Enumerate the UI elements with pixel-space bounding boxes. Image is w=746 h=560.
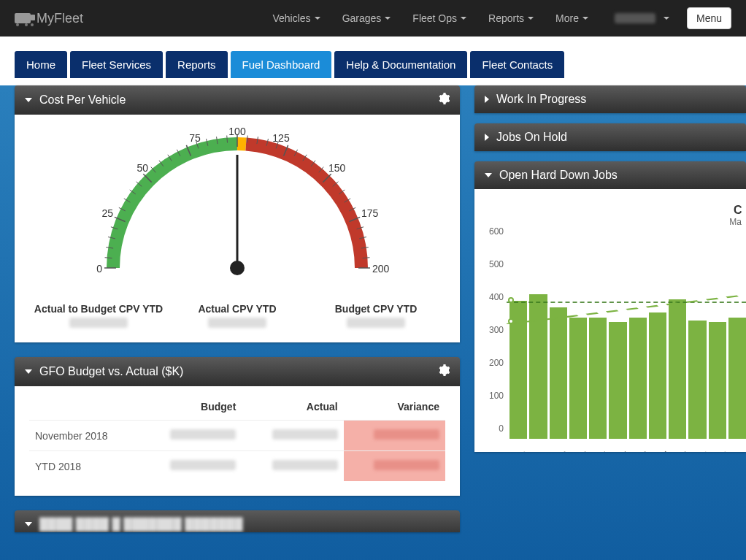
nav-reports[interactable]: Reports (478, 2, 544, 34)
tab-home[interactable]: Home (15, 51, 67, 78)
panel-cost-per-vehicle: Cost Per Vehicle (15, 85, 460, 342)
bar-chart: C Ma 0 100 200 300 400 500 600 (482, 189, 746, 452)
svg-text:175: 175 (361, 207, 379, 219)
menu-button[interactable]: Menu (687, 7, 731, 29)
svg-text:25: 25 (101, 207, 113, 219)
sub-navigation: Home Fleet Services Reports Fuel Dashboa… (0, 37, 746, 85)
panel-title: Jobs On Hold (496, 131, 567, 144)
brand[interactable]: MyFleet (15, 11, 83, 26)
panel-header-wip[interactable]: Work In Progress (474, 85, 746, 113)
panel-open-hard-down: Open Hard Down Jobs C Ma 0 100 200 300 4… (474, 161, 746, 452)
brand-text: MyFleet (36, 11, 83, 26)
bar (728, 318, 746, 440)
cell-actual (242, 451, 343, 482)
cell-variance (344, 421, 445, 451)
truck-icon (15, 13, 31, 23)
chart-legend: Open (482, 439, 746, 452)
svg-point-51 (230, 261, 245, 275)
caret-down-icon (385, 17, 391, 20)
nav-vehicles[interactable]: Vehicles (262, 2, 330, 34)
tab-contacts[interactable]: Fleet Contacts (470, 51, 564, 78)
col-budget: Budget (140, 394, 242, 421)
panel-header-cutoff[interactable]: ████ ████ █ ███████ ███████ (15, 510, 460, 532)
nav-more[interactable]: More (545, 2, 599, 34)
svg-text:75: 75 (189, 132, 201, 144)
cell-actual (242, 421, 343, 451)
bar (688, 321, 706, 439)
cell-budget (140, 451, 242, 482)
bar (550, 307, 567, 439)
chart-title-partial: C (482, 204, 746, 217)
gauge-col-2: Actual CPV YTD (168, 303, 307, 328)
budget-table: Budget Actual Variance November 2018 YTD… (29, 394, 445, 481)
svg-text:150: 150 (328, 162, 346, 174)
bar (629, 318, 647, 440)
collapse-icon (485, 173, 492, 177)
col-actual: Actual (242, 394, 343, 421)
topnav-links: Vehicles Garages Fleet Ops Reports More (262, 2, 680, 34)
panel-work-in-progress: Work In Progress (474, 85, 746, 113)
collapse-icon (25, 522, 32, 526)
tab-fuel-dashboard[interactable]: Fuel Dashboard (231, 51, 332, 78)
value-redacted (69, 318, 128, 328)
collapse-icon (25, 369, 32, 374)
panel-header-cpv[interactable]: Cost Per Vehicle (15, 85, 460, 115)
panel-cutoff: ████ ████ █ ███████ ███████ (15, 510, 460, 532)
svg-text:125: 125 (272, 132, 290, 144)
panel-header-gfo[interactable]: GFO Budget vs. Actual ($K) (15, 357, 460, 386)
panel-title: ████ ████ █ ███████ ███████ (39, 518, 243, 531)
panel-title: Open Hard Down Jobs (499, 169, 618, 182)
svg-text:200: 200 (372, 263, 390, 275)
marker-icon (508, 297, 514, 303)
bars (509, 242, 746, 439)
bar (569, 318, 587, 440)
bar (609, 322, 626, 439)
svg-text:0: 0 (96, 263, 102, 275)
svg-line-52 (507, 295, 746, 324)
svg-text:100: 100 (228, 126, 246, 137)
nav-garages[interactable]: Garages (332, 2, 401, 34)
tab-fleet-services[interactable]: Fleet Services (70, 51, 163, 78)
cell-budget (140, 421, 242, 451)
caret-down-icon (461, 17, 466, 20)
col-blank (29, 394, 140, 421)
gear-icon[interactable] (438, 364, 450, 379)
y-axis: 0 100 200 300 400 500 600 (482, 242, 507, 439)
table-row: YTD 2018 (29, 451, 445, 482)
bar (589, 318, 607, 440)
gauge-col-3: Budget CPV YTD (307, 303, 445, 328)
bar (709, 322, 726, 439)
cell-variance (344, 451, 445, 482)
row-label: YTD 2018 (29, 451, 140, 482)
expand-icon (485, 96, 489, 103)
panel-title: Cost Per Vehicle (39, 93, 126, 107)
nav-fleetops[interactable]: Fleet Ops (402, 2, 477, 34)
bar (649, 312, 666, 439)
col-variance: Variance (344, 394, 445, 421)
table-row: November 2018 (29, 421, 445, 451)
tab-reports[interactable]: Reports (166, 51, 228, 78)
gauge-chart: 0 25 50 75 100 125 150 175 200 (29, 122, 445, 297)
gauge-needle (230, 155, 245, 275)
caret-down-icon (528, 17, 534, 20)
top-navbar: MyFleet Vehicles Garages Fleet Ops Repor… (0, 0, 746, 37)
value-redacted (347, 318, 405, 328)
collapse-icon (25, 98, 32, 102)
caret-down-icon (582, 17, 588, 20)
caret-down-icon (664, 17, 669, 20)
trend-line (507, 295, 746, 324)
panel-gfo-budget: GFO Budget vs. Actual ($K) Budget Actual… (15, 357, 460, 496)
panel-header-hold[interactable]: Jobs On Hold (474, 123, 746, 151)
panel-jobs-on-hold: Jobs On Hold (474, 123, 746, 151)
value-redacted (208, 318, 266, 328)
gauge-col-1: Actual to Budget CPV YTD (29, 303, 168, 328)
user-name-redacted (615, 13, 655, 23)
nav-user[interactable] (600, 2, 680, 34)
tab-help[interactable]: Help & Documentation (334, 51, 467, 78)
panel-title: Work In Progress (496, 93, 586, 106)
caret-down-icon (315, 17, 320, 20)
svg-text:50: 50 (136, 162, 148, 174)
panel-header-open[interactable]: Open Hard Down Jobs (474, 161, 746, 189)
gear-icon[interactable] (438, 93, 450, 107)
row-label: November 2018 (29, 421, 140, 451)
